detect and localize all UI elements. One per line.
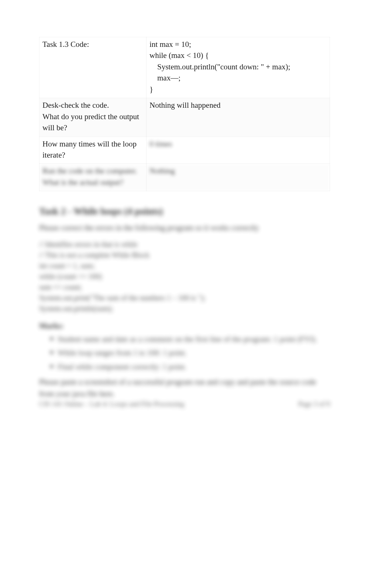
- row4-label: Run the code on the computer. What is th…: [39, 164, 147, 191]
- list-item: Student name and date as a comment on th…: [50, 334, 330, 345]
- row4-answer: Nothing: [147, 164, 330, 191]
- row2-answer: Nothing will happened: [147, 98, 330, 137]
- task2-heading: Task 2 - While loops (4 points): [39, 206, 330, 217]
- row1-label: Task 1.3 Code:: [39, 37, 147, 98]
- table-row: Run the code on the computer. What is th…: [39, 164, 330, 191]
- row2-label-line2: What do you predict the output will be?: [42, 112, 139, 132]
- marks-heading: Marks:: [39, 321, 330, 331]
- list-item: Final while component correctly: 1 point…: [50, 361, 330, 373]
- list-item: While loop ranges from 1 to 100: 1 point…: [50, 347, 330, 359]
- row3-label: How many times will the loop iterate?: [39, 137, 147, 164]
- table-row: Task 1.3 Code: int max = 10; while (max …: [39, 37, 330, 98]
- row3-answer: 0 times: [147, 137, 330, 164]
- row2-label-line1: Desk-check the code.: [42, 101, 109, 110]
- task2-intro: Please correct the errors in the followi…: [39, 222, 330, 234]
- row4-label-line2: What is the actual output?: [42, 178, 123, 187]
- marks-list: Student name and date as a comment on th…: [50, 334, 330, 373]
- task2-code: // Identifies errors in that is while //…: [39, 239, 330, 314]
- task2-section: Task 2 - While loops (4 points) Please c…: [39, 206, 330, 400]
- task-1-3-table: Task 1.3 Code: int max = 10; while (max …: [39, 37, 330, 191]
- table-row: Desk-check the code. What do you predict…: [39, 98, 330, 137]
- row1-code: int max = 10; while (max < 10) { System.…: [147, 37, 330, 98]
- table-row: How many times will the loop iterate? 0 …: [39, 137, 330, 164]
- task2-closing: Please paste a screenshot of a successfu…: [39, 376, 330, 400]
- row2-label: Desk-check the code. What do you predict…: [39, 98, 147, 137]
- page-content: Task 1.3 Code: int max = 10; while (max …: [39, 37, 330, 405]
- row4-label-line1: Run the code on the computer.: [42, 166, 137, 175]
